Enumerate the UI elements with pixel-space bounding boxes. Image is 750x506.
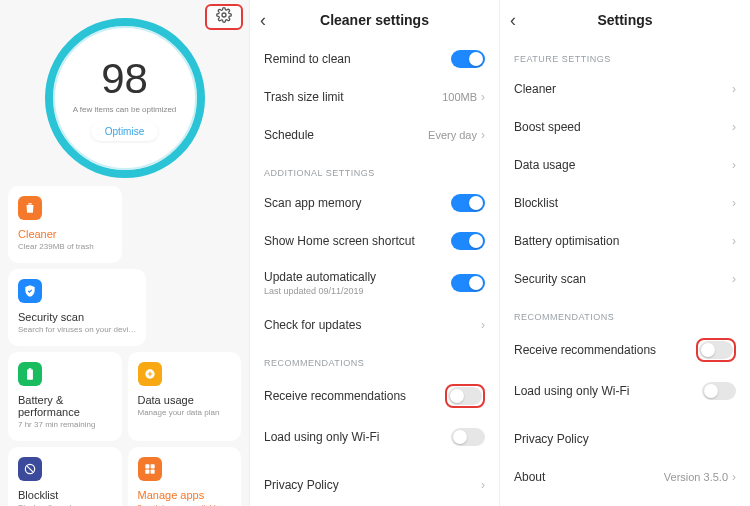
toggle-switch[interactable]: [702, 382, 736, 400]
row-label: Data usage: [514, 158, 575, 172]
privacy-label: Privacy Policy: [264, 478, 339, 492]
chevron-right-icon: ›: [481, 128, 485, 142]
chevron-right-icon: ›: [732, 470, 736, 484]
svg-rect-9: [150, 470, 154, 474]
setting-row-security-scan[interactable]: Security scan›: [500, 260, 750, 298]
setting-row-receive-recommendations[interactable]: Receive recommendations: [500, 328, 750, 372]
card-title: Data usage: [138, 394, 232, 406]
highlight-box: [696, 338, 736, 362]
chevron-right-icon: ›: [732, 272, 736, 286]
setting-row-load-using-only-wi-fi[interactable]: Load using only Wi-Fi: [250, 418, 499, 456]
chevron-right-icon: ›: [732, 82, 736, 96]
setting-row-battery-optimisation[interactable]: Battery optimisation›: [500, 222, 750, 260]
card-title: Cleaner: [18, 228, 112, 240]
row-label: Blocklist: [514, 196, 558, 210]
setting-row-blocklist[interactable]: Blocklist›: [500, 184, 750, 222]
section-feature: FEATURE SETTINGS: [500, 40, 750, 70]
feature-card-data-usage[interactable]: Data usageManage your data plan: [128, 352, 242, 441]
setting-row-schedule[interactable]: ScheduleEvery day›: [250, 116, 499, 154]
setting-row-scan-app-memory[interactable]: Scan app memory: [250, 184, 499, 222]
privacy-policy-row[interactable]: Privacy Policy: [500, 420, 750, 458]
feature-card-manage-apps[interactable]: Manage apps3 updates are available: [128, 447, 242, 506]
row-label: Receive recommendations: [514, 343, 656, 357]
row-label: Trash size limit: [264, 90, 344, 104]
setting-row-check-for-updates[interactable]: Check for updates›: [250, 306, 499, 344]
score-value: 98: [101, 55, 148, 103]
setting-row-cleaner[interactable]: Cleaner›: [500, 70, 750, 108]
section-recommendations: RECOMMENDATIONS: [250, 344, 499, 374]
block-icon: [18, 457, 42, 481]
row-label: Update automatically: [264, 270, 376, 284]
page-title: Cleaner settings: [260, 12, 489, 28]
feature-card-battery-performance[interactable]: Battery & performance7 hr 37 min remaini…: [8, 352, 122, 441]
score-ring: 98 A few items can be optimized Optimise: [45, 18, 205, 178]
data-icon: [138, 362, 162, 386]
feature-card-security-scan[interactable]: Security scanSearch for viruses on your …: [8, 269, 146, 346]
row-label: Show Home screen shortcut: [264, 234, 415, 248]
row-label: Load using only Wi-Fi: [514, 384, 629, 398]
cleaner-settings-panel: ‹ Cleaner settings Remind to cleanTrash …: [250, 0, 500, 506]
toggle-switch[interactable]: [451, 194, 485, 212]
chevron-right-icon: ›: [732, 234, 736, 248]
row-label: Load using only Wi-Fi: [264, 430, 379, 444]
chevron-right-icon: ›: [481, 318, 485, 332]
setting-row-receive-recommendations[interactable]: Receive recommendations: [250, 374, 499, 418]
toggle-switch[interactable]: [451, 428, 485, 446]
toggle-switch[interactable]: [451, 232, 485, 250]
highlight-box: [445, 384, 485, 408]
toggle-switch[interactable]: [448, 387, 482, 405]
card-title: Manage apps: [138, 489, 232, 501]
optimise-button[interactable]: Optimise: [91, 122, 158, 141]
privacy-label: Privacy Policy: [514, 432, 589, 446]
gear-icon[interactable]: [216, 7, 232, 27]
setting-row-show-home-screen-shortcut[interactable]: Show Home screen shortcut: [250, 222, 499, 260]
toggle-switch[interactable]: [451, 50, 485, 68]
about-value: Version 3.5.0: [664, 471, 728, 483]
chevron-right-icon: ›: [481, 90, 485, 104]
setting-row-trash-size-limit[interactable]: Trash size limit100MB›: [250, 78, 499, 116]
shield-check-icon: [18, 279, 42, 303]
section-additional: ADDITIONAL SETTINGS: [250, 154, 499, 184]
svg-point-0: [222, 13, 226, 17]
apps-icon: [138, 457, 162, 481]
score-subtitle: A few items can be optimized: [73, 105, 177, 114]
svg-line-5: [27, 466, 33, 472]
trash-icon: [18, 196, 42, 220]
battery-icon: [18, 362, 42, 386]
row-label: Check for updates: [264, 318, 361, 332]
svg-rect-2: [29, 368, 31, 369]
setting-row-boost-speed[interactable]: Boost speed›: [500, 108, 750, 146]
settings-panel: ‹ Settings FEATURE SETTINGS Cleaner›Boos…: [500, 0, 750, 506]
card-subtitle: 7 hr 37 min remaining: [18, 420, 112, 429]
page-title: Settings: [510, 12, 740, 28]
settings-gear-highlight: [205, 4, 243, 30]
setting-row-data-usage[interactable]: Data usage›: [500, 146, 750, 184]
card-title: Blocklist: [18, 489, 112, 501]
chevron-right-icon: ›: [732, 158, 736, 172]
privacy-policy-row[interactable]: Privacy Policy ›: [250, 466, 499, 504]
row-label: Scan app memory: [264, 196, 361, 210]
svg-rect-6: [145, 464, 149, 468]
row-value: Every day: [428, 129, 477, 141]
row-label: Cleaner: [514, 82, 556, 96]
row-label: Schedule: [264, 128, 314, 142]
row-label: Remind to clean: [264, 52, 351, 66]
row-label: Boost speed: [514, 120, 581, 134]
row-label: Receive recommendations: [264, 389, 406, 403]
card-title: Battery & performance: [18, 394, 112, 418]
setting-row-load-using-only-wi-fi[interactable]: Load using only Wi-Fi: [500, 372, 750, 410]
setting-row-remind-to-clean[interactable]: Remind to clean: [250, 40, 499, 78]
about-row[interactable]: About Version 3.5.0›: [500, 458, 750, 496]
setting-row-update-automatically[interactable]: Update automaticallyLast updated 09/11/2…: [250, 260, 499, 306]
chevron-right-icon: ›: [481, 478, 485, 492]
card-title: Security scan: [18, 311, 136, 323]
toggle-switch[interactable]: [451, 274, 485, 292]
feature-card-blocklist[interactable]: BlocklistBlock calls and messages: [8, 447, 122, 506]
about-label: About: [514, 470, 545, 484]
chevron-right-icon: ›: [732, 196, 736, 210]
chevron-right-icon: ›: [732, 120, 736, 134]
row-value: 100MB: [442, 91, 477, 103]
feature-card-cleaner[interactable]: CleanerClear 239MB of trash: [8, 186, 122, 263]
svg-rect-8: [145, 470, 149, 474]
toggle-switch[interactable]: [699, 341, 733, 359]
